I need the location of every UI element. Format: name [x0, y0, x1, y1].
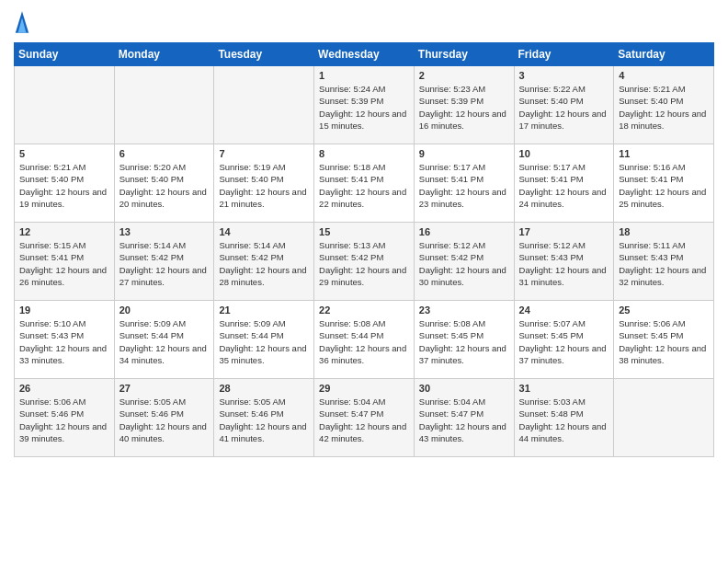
day-cell: 2Sunrise: 5:23 AMSunset: 5:39 PMDaylight… — [414, 66, 514, 144]
day-cell: 6Sunrise: 5:20 AMSunset: 5:40 PMDaylight… — [114, 144, 214, 223]
day-number: 27 — [119, 383, 210, 394]
day-cell: 5Sunrise: 5:21 AMSunset: 5:40 PMDaylight… — [15, 144, 115, 223]
day-cell: 1Sunrise: 5:24 AMSunset: 5:39 PMDaylight… — [314, 66, 415, 144]
day-info: Sunrise: 5:16 AMSunset: 5:41 PMDaylight:… — [619, 161, 709, 210]
day-info: Sunrise: 5:17 AMSunset: 5:41 PMDaylight:… — [519, 161, 609, 210]
day-cell: 17Sunrise: 5:12 AMSunset: 5:43 PMDayligh… — [514, 223, 614, 301]
day-cell — [614, 379, 714, 457]
day-cell: 7Sunrise: 5:19 AMSunset: 5:40 PMDaylight… — [214, 144, 314, 223]
day-number: 22 — [319, 304, 409, 316]
day-number: 26 — [19, 383, 109, 394]
day-number: 29 — [319, 383, 409, 394]
day-cell: 19Sunrise: 5:10 AMSunset: 5:43 PMDayligh… — [15, 301, 115, 379]
day-info: Sunrise: 5:03 AMSunset: 5:48 PMDaylight:… — [519, 396, 609, 444]
day-cell: 26Sunrise: 5:06 AMSunset: 5:46 PMDayligh… — [15, 379, 115, 457]
day-cell — [15, 66, 115, 144]
day-cell: 9Sunrise: 5:17 AMSunset: 5:41 PMDaylight… — [414, 144, 514, 223]
day-number: 15 — [319, 226, 409, 237]
day-info: Sunrise: 5:14 AMSunset: 5:42 PMDaylight:… — [119, 239, 210, 288]
day-cell: 30Sunrise: 5:04 AMSunset: 5:47 PMDayligh… — [414, 379, 514, 457]
day-info: Sunrise: 5:19 AMSunset: 5:40 PMDaylight:… — [219, 161, 309, 210]
day-number: 14 — [219, 226, 309, 237]
day-number: 9 — [419, 148, 509, 159]
day-cell: 23Sunrise: 5:08 AMSunset: 5:45 PMDayligh… — [414, 301, 514, 379]
day-cell: 25Sunrise: 5:06 AMSunset: 5:45 PMDayligh… — [614, 301, 714, 379]
day-number: 23 — [419, 304, 509, 316]
day-info: Sunrise: 5:09 AMSunset: 5:44 PMDaylight:… — [219, 317, 309, 366]
week-row-2: 5Sunrise: 5:21 AMSunset: 5:40 PMDaylight… — [15, 144, 714, 223]
day-number: 6 — [119, 148, 210, 159]
weekday-header-monday: Monday — [114, 43, 214, 66]
day-number: 5 — [19, 148, 109, 159]
day-number: 17 — [519, 226, 609, 237]
day-cell: 3Sunrise: 5:22 AMSunset: 5:40 PMDaylight… — [514, 66, 614, 144]
day-number: 25 — [619, 304, 709, 316]
day-info: Sunrise: 5:12 AMSunset: 5:43 PMDaylight:… — [519, 239, 609, 288]
day-info: Sunrise: 5:08 AMSunset: 5:44 PMDaylight:… — [319, 317, 409, 366]
weekday-header-tuesday: Tuesday — [214, 43, 314, 66]
day-info: Sunrise: 5:21 AMSunset: 5:40 PMDaylight:… — [19, 161, 109, 210]
day-number: 18 — [619, 226, 709, 237]
weekday-header-sunday: Sunday — [15, 43, 115, 66]
day-info: Sunrise: 5:04 AMSunset: 5:47 PMDaylight:… — [419, 396, 509, 444]
day-number: 19 — [19, 304, 109, 316]
day-cell: 24Sunrise: 5:07 AMSunset: 5:45 PMDayligh… — [514, 301, 614, 379]
day-info: Sunrise: 5:04 AMSunset: 5:47 PMDaylight:… — [319, 396, 409, 444]
day-number: 1 — [319, 70, 409, 81]
day-info: Sunrise: 5:22 AMSunset: 5:40 PMDaylight:… — [519, 83, 609, 132]
header — [14, 9, 714, 35]
day-cell: 12Sunrise: 5:15 AMSunset: 5:41 PMDayligh… — [15, 223, 115, 301]
day-cell: 22Sunrise: 5:08 AMSunset: 5:44 PMDayligh… — [314, 301, 415, 379]
day-number: 20 — [119, 304, 210, 316]
day-cell: 21Sunrise: 5:09 AMSunset: 5:44 PMDayligh… — [214, 301, 314, 379]
day-cell: 13Sunrise: 5:14 AMSunset: 5:42 PMDayligh… — [114, 223, 214, 301]
day-number: 28 — [219, 383, 309, 394]
day-cell — [214, 66, 314, 144]
calendar-table: SundayMondayTuesdayWednesdayThursdayFrid… — [14, 42, 714, 457]
day-number: 11 — [619, 148, 709, 159]
day-cell: 31Sunrise: 5:03 AMSunset: 5:48 PMDayligh… — [514, 379, 614, 457]
day-info: Sunrise: 5:11 AMSunset: 5:43 PMDaylight:… — [619, 239, 709, 288]
week-row-1: 1Sunrise: 5:24 AMSunset: 5:39 PMDaylight… — [15, 66, 714, 144]
day-number: 16 — [419, 226, 509, 237]
logo — [14, 9, 36, 35]
day-info: Sunrise: 5:05 AMSunset: 5:46 PMDaylight:… — [219, 396, 309, 444]
day-info: Sunrise: 5:21 AMSunset: 5:40 PMDaylight:… — [619, 83, 709, 132]
day-cell: 14Sunrise: 5:14 AMSunset: 5:42 PMDayligh… — [214, 223, 314, 301]
day-cell — [114, 66, 214, 144]
weekday-row: SundayMondayTuesdayWednesdayThursdayFrid… — [15, 43, 714, 66]
day-info: Sunrise: 5:05 AMSunset: 5:46 PMDaylight:… — [119, 396, 210, 444]
calendar-header: SundayMondayTuesdayWednesdayThursdayFrid… — [15, 43, 714, 66]
day-info: Sunrise: 5:12 AMSunset: 5:42 PMDaylight:… — [419, 239, 509, 288]
week-row-3: 12Sunrise: 5:15 AMSunset: 5:41 PMDayligh… — [15, 223, 714, 301]
week-row-5: 26Sunrise: 5:06 AMSunset: 5:46 PMDayligh… — [15, 379, 714, 457]
day-number: 3 — [519, 70, 609, 81]
day-number: 7 — [219, 148, 309, 159]
day-number: 24 — [519, 304, 609, 316]
day-info: Sunrise: 5:13 AMSunset: 5:42 PMDaylight:… — [319, 239, 409, 288]
weekday-header-saturday: Saturday — [614, 43, 714, 66]
day-cell: 18Sunrise: 5:11 AMSunset: 5:43 PMDayligh… — [614, 223, 714, 301]
day-info: Sunrise: 5:06 AMSunset: 5:45 PMDaylight:… — [619, 317, 709, 366]
day-info: Sunrise: 5:08 AMSunset: 5:45 PMDaylight:… — [419, 317, 509, 366]
day-cell: 10Sunrise: 5:17 AMSunset: 5:41 PMDayligh… — [514, 144, 614, 223]
day-number: 4 — [619, 70, 709, 81]
day-info: Sunrise: 5:24 AMSunset: 5:39 PMDaylight:… — [319, 83, 409, 132]
day-cell: 8Sunrise: 5:18 AMSunset: 5:41 PMDaylight… — [314, 144, 415, 223]
weekday-header-friday: Friday — [514, 43, 614, 66]
day-number: 13 — [119, 226, 210, 237]
day-cell: 11Sunrise: 5:16 AMSunset: 5:41 PMDayligh… — [614, 144, 714, 223]
day-info: Sunrise: 5:10 AMSunset: 5:43 PMDaylight:… — [19, 317, 109, 366]
day-number: 2 — [419, 70, 509, 81]
day-number: 30 — [419, 383, 509, 394]
day-number: 10 — [519, 148, 609, 159]
day-info: Sunrise: 5:06 AMSunset: 5:46 PMDaylight:… — [19, 396, 109, 444]
day-info: Sunrise: 5:09 AMSunset: 5:44 PMDaylight:… — [119, 317, 210, 366]
week-row-4: 19Sunrise: 5:10 AMSunset: 5:43 PMDayligh… — [15, 301, 714, 379]
weekday-header-thursday: Thursday — [414, 43, 514, 66]
day-cell: 16Sunrise: 5:12 AMSunset: 5:42 PMDayligh… — [414, 223, 514, 301]
day-number: 12 — [19, 226, 109, 237]
day-info: Sunrise: 5:18 AMSunset: 5:41 PMDaylight:… — [319, 161, 409, 210]
day-cell: 20Sunrise: 5:09 AMSunset: 5:44 PMDayligh… — [114, 301, 214, 379]
day-number: 21 — [219, 304, 309, 316]
